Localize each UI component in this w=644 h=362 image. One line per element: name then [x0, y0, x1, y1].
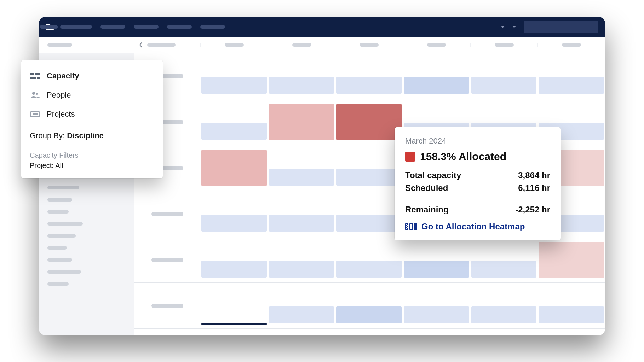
- capacity-cell[interactable]: [268, 283, 335, 328]
- sidebar-row[interactable]: [39, 182, 134, 194]
- capacity-cell[interactable]: [268, 53, 335, 99]
- capacity-bar: [201, 261, 267, 278]
- capacity-bar: [201, 323, 267, 325]
- capacity-bar: [336, 306, 402, 323]
- capacity-bar: [201, 77, 267, 94]
- sidebar-row[interactable]: [39, 254, 134, 266]
- tooltip-allocated: 158.3% Allocated: [420, 151, 506, 163]
- nav-item[interactable]: [200, 25, 225, 29]
- month-column-header: [335, 43, 403, 47]
- placeholder: [47, 258, 72, 262]
- capacity-cell[interactable]: [335, 99, 403, 145]
- capacity-cell[interactable]: [200, 191, 268, 237]
- scroll-left-button[interactable]: [134, 42, 147, 48]
- capacity-cell[interactable]: [268, 191, 335, 237]
- placeholder: [147, 43, 176, 47]
- capacity-bar: [404, 306, 469, 323]
- capacity-bar: [336, 77, 402, 94]
- capacity-cell[interactable]: [268, 145, 335, 191]
- view-switch-panel: Capacity People Projects Group By: Disci…: [21, 60, 163, 178]
- placeholder: [495, 43, 514, 47]
- sidebar-row[interactable]: [39, 242, 134, 254]
- capacity-bar: [269, 261, 334, 278]
- nav-dropdown[interactable]: [512, 26, 516, 28]
- sidebar-row[interactable]: [39, 278, 134, 290]
- panel-item-capacity[interactable]: Capacity: [21, 66, 163, 86]
- sidebar-row[interactable]: [39, 266, 134, 278]
- group-label-cell: [134, 237, 200, 283]
- capacity-cell[interactable]: [268, 237, 335, 282]
- filters-heading: Capacity Filters: [21, 148, 163, 160]
- nav-dropdown[interactable]: [501, 26, 505, 28]
- capacity-cell[interactable]: [335, 283, 403, 328]
- group-by-label: Group By:: [30, 131, 65, 140]
- capacity-bar: [201, 215, 267, 232]
- capacity-bar: [471, 261, 537, 278]
- group-label-cell: [134, 283, 200, 329]
- capacity-bar: [269, 104, 334, 140]
- panel-item-label: People: [47, 90, 71, 100]
- capacity-cell[interactable]: [403, 237, 470, 282]
- capacity-bar: [336, 104, 402, 140]
- capacity-cell[interactable]: [470, 237, 538, 282]
- sidebar-row[interactable]: [39, 230, 134, 242]
- placeholder: [360, 43, 379, 47]
- capacity-bar: [269, 77, 334, 94]
- sidebar-row[interactable]: [39, 218, 134, 230]
- capacity-cell[interactable]: [200, 145, 268, 191]
- capacity-cell[interactable]: [403, 283, 470, 328]
- capacity-bar: [471, 77, 537, 94]
- svg-rect-1: [35, 73, 40, 75]
- remaining-value: -2,252 hr: [515, 205, 550, 215]
- panel-item-projects[interactable]: Projects: [21, 105, 163, 124]
- sidebar-row[interactable]: [39, 206, 134, 218]
- capacity-cell[interactable]: [537, 53, 605, 99]
- status-swatch: [405, 152, 415, 162]
- capacity-cell[interactable]: [200, 53, 268, 99]
- month-column-header: [200, 43, 268, 47]
- capacity-bar: [404, 77, 469, 94]
- capacity-cell[interactable]: [470, 53, 538, 99]
- capacity-row: [200, 53, 605, 99]
- nav-item[interactable]: [100, 25, 125, 29]
- capacity-cell[interactable]: [403, 53, 470, 99]
- sidebar-row[interactable]: [39, 194, 134, 206]
- capacity-bar: [336, 261, 402, 278]
- nav-item[interactable]: [60, 25, 92, 29]
- capacity-cell[interactable]: [335, 237, 403, 282]
- placeholder: [47, 186, 79, 189]
- top-navbar: [39, 17, 605, 37]
- tooltip-month: March 2024: [405, 136, 550, 146]
- capacity-cell[interactable]: [268, 99, 335, 145]
- capacity-cell[interactable]: [200, 237, 268, 282]
- panel-item-label: Capacity: [47, 71, 79, 81]
- goto-heatmap-link[interactable]: Go to Allocation Heatmap: [405, 222, 550, 232]
- capacity-cell[interactable]: [200, 99, 268, 145]
- capacity-cell[interactable]: [335, 53, 403, 99]
- capacity-cell[interactable]: [335, 145, 403, 191]
- placeholder: [47, 234, 76, 238]
- placeholder: [47, 246, 67, 250]
- group-by-row[interactable]: Group By: Discipline: [21, 127, 163, 145]
- month-column-header: [268, 43, 335, 47]
- capacity-cell[interactable]: [335, 191, 403, 237]
- svg-rect-0: [30, 73, 34, 75]
- search-input[interactable]: [524, 21, 598, 33]
- capacity-bar: [269, 215, 334, 232]
- capacity-cell[interactable]: [537, 237, 605, 282]
- capacity-bar: [404, 261, 469, 278]
- capacity-cell[interactable]: [537, 283, 605, 328]
- panel-item-people[interactable]: People: [21, 86, 163, 105]
- group-label-cell: [134, 191, 200, 237]
- placeholder: [151, 258, 183, 262]
- chevron-down-icon: [512, 26, 516, 28]
- capacity-bar: [539, 77, 604, 94]
- placeholder: [151, 212, 183, 216]
- capacity-cell[interactable]: [200, 283, 268, 328]
- capacity-cell[interactable]: [470, 283, 538, 328]
- nav-item[interactable]: [134, 25, 159, 29]
- filters-line: Project: All: [21, 160, 163, 173]
- nav-item[interactable]: [167, 25, 192, 29]
- placeholder: [47, 43, 72, 47]
- placeholder: [47, 198, 72, 202]
